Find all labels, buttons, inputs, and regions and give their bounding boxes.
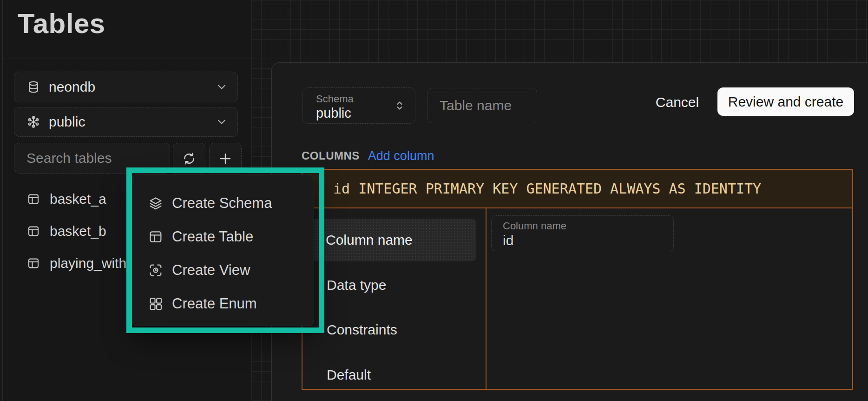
view-icon xyxy=(148,262,164,278)
tab-column-name[interactable]: Column name xyxy=(308,219,476,261)
search-tables-input[interactable] xyxy=(14,143,170,173)
neon-tables-page: Tables neondb xyxy=(0,0,868,401)
column-sql-row[interactable]: id INTEGER PRIMARY KEY GENERATED ALWAYS … xyxy=(302,170,852,208)
layers-icon xyxy=(148,195,164,211)
column-name-input[interactable] xyxy=(503,233,656,248)
refresh-icon xyxy=(182,151,197,166)
review-and-create-button[interactable]: Review and create xyxy=(717,87,854,116)
add-column-link[interactable]: Add column xyxy=(368,149,434,163)
columns-heading: COLUMNS xyxy=(302,149,360,162)
database-select-value: neondb xyxy=(49,79,95,95)
menu-item-create-view[interactable]: Create View xyxy=(132,254,314,287)
menu-item-label: Create Enum xyxy=(172,295,257,312)
page-title: Tables xyxy=(18,7,105,40)
table-icon xyxy=(148,229,164,245)
menu-item-create-schema[interactable]: Create Schema xyxy=(132,187,314,220)
column-name-box: Column name xyxy=(491,215,674,251)
tab-constraints[interactable]: Constraints xyxy=(327,323,397,337)
unfold-chevrons-icon xyxy=(393,99,407,113)
schema-field-value: public xyxy=(316,106,351,121)
schema-select-value: public xyxy=(49,114,85,130)
columns-section-header: COLUMNS Add column xyxy=(302,143,434,169)
column-name-label: Column name xyxy=(503,220,566,232)
table-name-box xyxy=(427,88,537,123)
menu-item-create-enum[interactable]: Create Enum xyxy=(132,287,314,321)
cancel-button[interactable]: Cancel xyxy=(651,87,704,116)
table-name-input[interactable] xyxy=(427,88,549,123)
schema-select[interactable]: public xyxy=(14,107,238,137)
column-sql-text: id INTEGER PRIMARY KEY GENERATED ALWAYS … xyxy=(333,180,761,197)
menu-item-label: Create Schema xyxy=(172,195,272,212)
schema-field-label: Schema xyxy=(316,93,354,105)
table-icon xyxy=(26,192,40,206)
enum-icon xyxy=(148,296,164,312)
refresh-tables-button[interactable] xyxy=(173,143,205,174)
table-name: basket_b xyxy=(50,223,106,239)
create-dropdown-menu: Create Schema Create Table Create View xyxy=(132,174,314,326)
column-form-body: Column name Data type Constraints Defaul… xyxy=(302,208,852,389)
chevron-down-icon xyxy=(215,80,228,94)
chevron-down-icon xyxy=(215,115,228,128)
plus-icon xyxy=(217,151,233,167)
tab-default[interactable]: Default xyxy=(327,368,371,382)
editor-schema-select[interactable]: Schema public xyxy=(302,87,415,124)
table-name: basket_a xyxy=(50,191,106,207)
database-select[interactable]: neondb xyxy=(14,72,238,102)
search-tables-box xyxy=(14,143,170,174)
column-form-panel: Column name xyxy=(487,208,852,389)
table-name: playing_with_ xyxy=(50,255,134,271)
column-form-tabs: Column name Data type Constraints Defaul… xyxy=(302,208,486,389)
table-icon xyxy=(26,224,40,238)
tab-data-type[interactable]: Data type xyxy=(327,278,386,292)
menu-item-create-table[interactable]: Create Table xyxy=(132,220,314,254)
sidebar-divider xyxy=(3,59,251,59)
schema-icon xyxy=(26,115,40,129)
menu-item-label: Create View xyxy=(172,262,250,279)
create-table-panel: Schema public Cancel Review and create C… xyxy=(271,62,868,401)
table-icon xyxy=(26,256,40,270)
create-new-button[interactable] xyxy=(209,143,242,174)
column-editor-box: id INTEGER PRIMARY KEY GENERATED ALWAYS … xyxy=(302,169,853,390)
database-icon xyxy=(26,80,40,94)
menu-item-label: Create Table xyxy=(172,228,253,245)
